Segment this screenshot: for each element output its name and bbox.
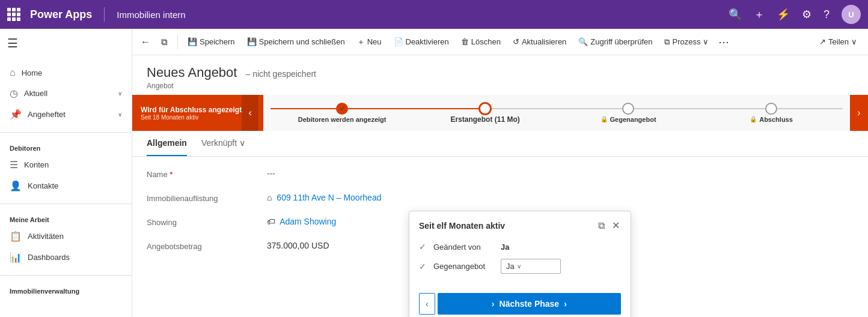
stage-abschluss[interactable]: 🔒 Abschluss xyxy=(700,103,843,123)
angebotsbetrag-label: Angebotsbetrag xyxy=(147,238,267,251)
sidebar-label-dashboards: Dashboards xyxy=(28,253,122,262)
popup-expand-button[interactable]: ⧉ xyxy=(597,219,606,232)
stage-gegenangebot[interactable]: 🔒 Gegenangebot xyxy=(557,103,700,123)
stage-erstangebot[interactable]: Erstangebot (11 Mo) xyxy=(414,102,557,124)
stage-debitoren[interactable]: ✓ Debitoren werden angezeigt xyxy=(270,103,414,123)
deactivate-button[interactable]: 📄 Deaktivieren xyxy=(389,35,454,49)
tab-verknupft-dropdown[interactable]: Verknüpft ∨ xyxy=(201,138,245,148)
cmd-divider-1 xyxy=(177,35,178,49)
orange-stage-inner: Wird für Abschluss angezeigt Seit 18 Mon… xyxy=(141,106,242,121)
refresh-button[interactable]: ↺ Aktualisieren xyxy=(508,35,571,49)
share-button[interactable]: ↗ Teilen ∨ xyxy=(813,35,863,49)
sidebar-hamburger[interactable]: ☰ xyxy=(7,34,124,53)
save-close-button[interactable]: 💾 Speichern und schließen xyxy=(242,35,350,49)
next-chevron-left: › xyxy=(492,299,495,309)
form-row-name: Name * --- xyxy=(147,166,854,181)
popup-body: ✓ Geändert von Ja ✓ Gegenangebot Ja ∨ xyxy=(409,237,631,288)
dashboards-icon: 📊 xyxy=(10,252,22,263)
sidebar-label-aktuell: Aktuell xyxy=(24,89,112,98)
kontakte-icon: 👤 xyxy=(10,180,22,192)
sidebar-item-aktivitaten[interactable]: 📋 Aktivitäten xyxy=(0,226,132,247)
popup-close-button[interactable]: ✕ xyxy=(611,219,621,232)
chevron-down-icon: ∨ xyxy=(118,90,122,97)
restore-button[interactable]: ⧉ xyxy=(156,34,173,50)
page-subtitle: Angebot xyxy=(147,82,854,90)
popup-row-gegenangebot: ✓ Gegenangebot Ja ∨ xyxy=(419,259,621,274)
new-label: Neu xyxy=(367,37,382,46)
chevron-down-icon-2: ∨ xyxy=(118,111,122,118)
delete-button[interactable]: 🗑 Löschen xyxy=(456,35,506,49)
back-button[interactable]: ← xyxy=(137,34,154,50)
active-stage[interactable]: Wird für Abschluss angezeigt Seit 18 Mon… xyxy=(132,95,263,131)
topbar-icons: 🔍 ＋ ⚡ ⚙ ? U xyxy=(729,5,861,24)
name-value[interactable]: --- xyxy=(267,166,854,181)
save-close-icon: 💾 xyxy=(247,37,257,46)
sidebar-item-home[interactable]: ⌂ Home xyxy=(0,62,132,83)
stage-dot-gegenangebot xyxy=(557,103,700,115)
popup-row-geandert: ✓ Geändert von Ja xyxy=(419,242,621,252)
filter-icon[interactable]: ⚡ xyxy=(777,8,790,21)
topbar-divider xyxy=(104,7,105,22)
not-saved-badge: – nicht gespeichert xyxy=(245,69,316,79)
pipeline-row: Wird für Abschluss angezeigt Seit 18 Mon… xyxy=(132,95,868,131)
immobilien-link[interactable]: 609 11th Ave N – Moorhead xyxy=(277,193,381,202)
popup-title: Seit elf Monaten aktiv xyxy=(419,221,505,231)
next-chevron-right: › xyxy=(564,299,567,309)
tab-verknupft[interactable]: Verknüpft ∨ xyxy=(201,131,245,156)
immobilien-label: Immobilienauflistung xyxy=(147,190,267,203)
check-icon-gegenangebot: ✓ xyxy=(419,262,426,271)
name-label: Name * xyxy=(147,166,267,179)
tab-verknupft-label: Verknüpft xyxy=(201,138,237,148)
more-button[interactable]: ⋯ xyxy=(716,35,732,49)
grid-menu-icon[interactable] xyxy=(7,8,20,21)
popup-next-button[interactable]: › Nächste Phase › xyxy=(438,293,621,315)
sidebar-item-kontakte[interactable]: 👤 Kontakte xyxy=(0,175,132,196)
help-icon[interactable]: ? xyxy=(824,8,830,21)
tabs-bar: Allgemein Verknüpft ∨ xyxy=(132,131,868,157)
topbar: Power Apps Immobilien intern 🔍 ＋ ⚡ ⚙ ? U xyxy=(0,0,868,29)
process-button[interactable]: ⧉ Prozess ∨ xyxy=(659,35,714,49)
sidebar-item-angeheftet[interactable]: 📌 Angeheftet ∨ xyxy=(0,104,132,125)
access-icon: 🔍 xyxy=(578,37,588,46)
showing-link[interactable]: Adam Showing xyxy=(280,217,336,226)
new-button[interactable]: ＋ Neu xyxy=(352,34,387,50)
dot-erstangebot xyxy=(478,102,492,115)
sidebar-label-kontakte: Kontakte xyxy=(28,181,122,190)
settings-icon[interactable]: ⚙ xyxy=(802,8,811,21)
add-icon[interactable]: ＋ xyxy=(754,7,765,22)
stage-dot-erstangebot xyxy=(414,102,557,115)
stage-label-debitoren: Debitoren werden angezeigt xyxy=(298,116,387,123)
deactivate-label: Deaktivieren xyxy=(406,37,449,46)
access-button[interactable]: 🔍 Zugriff überprüfen xyxy=(573,35,657,49)
immobilien-header: Immobilienverwaltung xyxy=(0,283,132,297)
name-label-text: Name xyxy=(147,170,168,179)
deactivate-icon: 📄 xyxy=(394,37,403,46)
active-stage-sub: Seit 18 Monaten aktiv xyxy=(141,114,242,121)
popup-prev-button[interactable]: ‹ xyxy=(419,293,435,315)
main-layout: ☰ ⌂ Home ◷ Aktuell ∨ 📌 Angeheftet ∨ Debi… xyxy=(0,29,868,317)
showing-label: Showing xyxy=(147,214,267,227)
stages-pipeline: ✓ Debitoren werden angezeigt Erstangebot… xyxy=(263,102,850,124)
pipeline-next-button[interactable]: › xyxy=(850,95,868,131)
tab-allgemein[interactable]: Allgemein xyxy=(147,131,187,156)
clock-icon: ◷ xyxy=(10,88,18,99)
sidebar-item-aktuell[interactable]: ◷ Aktuell ∨ xyxy=(0,83,132,104)
avatar[interactable]: U xyxy=(842,5,861,24)
search-icon[interactable]: 🔍 xyxy=(729,8,742,21)
gegenangebot-select-value: Ja xyxy=(506,262,515,271)
sidebar-item-konten[interactable]: ☰ Konten xyxy=(0,154,132,175)
immobilien-value: ⌂ 609 11th Ave N – Moorhead xyxy=(267,190,854,205)
dot-gegenangebot xyxy=(622,103,634,115)
sidebar-divider-1 xyxy=(0,132,132,133)
sidebar-label-aktivitaten: Aktivitäten xyxy=(28,232,122,241)
gegenangebot-select[interactable]: Ja ∨ xyxy=(501,259,561,274)
stage-prev-button[interactable]: ‹ xyxy=(242,95,258,131)
gegenangebot-field-label: Gegenangebot xyxy=(433,262,494,271)
save-button[interactable]: 💾 Speichern xyxy=(183,35,240,49)
sidebar-item-dashboards[interactable]: 📊 Dashboards xyxy=(0,247,132,268)
page-header: Neues Angebot – nicht gespeichert Angebo… xyxy=(132,55,868,95)
stage-dot-debitoren: ✓ xyxy=(270,103,414,115)
page-title: Neues Angebot xyxy=(147,65,237,80)
geandert-value: Ja xyxy=(501,243,509,252)
sidebar-label-home: Home xyxy=(22,68,122,77)
